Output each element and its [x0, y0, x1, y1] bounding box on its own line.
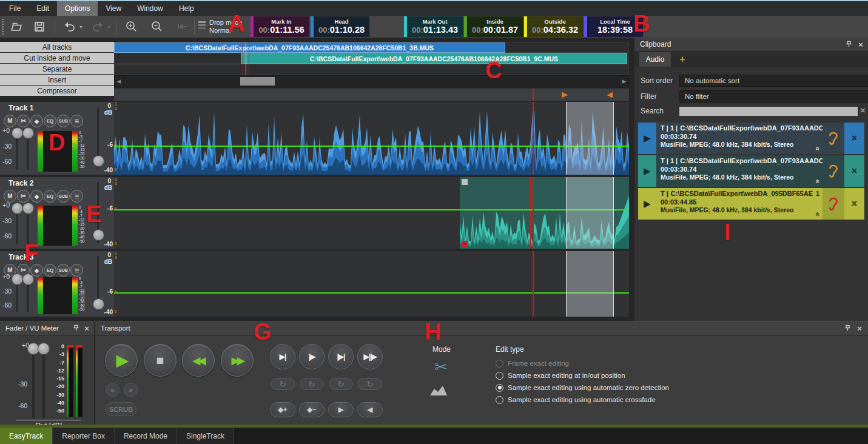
pin-icon[interactable]: [844, 39, 853, 49]
play-button[interactable]: ▶: [638, 155, 656, 187]
mark-out-flag[interactable]: ◀: [607, 90, 613, 99]
radio-circle-icon[interactable]: [496, 384, 503, 392]
sub-button[interactable]: SUB: [57, 190, 70, 203]
workspace-tab[interactable]: Record Mode: [115, 428, 177, 444]
radio-circle-icon[interactable]: [496, 360, 503, 368]
remove-item-icon[interactable]: ×: [844, 188, 864, 220]
redo-button[interactable]: [89, 18, 107, 35]
search-input[interactable]: [679, 107, 858, 116]
edit-type-radio[interactable]: Frame exact editing: [496, 357, 669, 369]
prelisten-ear-icon[interactable]: [823, 155, 844, 187]
track-fader[interactable]: [93, 229, 104, 241]
add-marker-button[interactable]: ◆+: [270, 402, 295, 417]
menu-item[interactable]: Edit: [29, 1, 57, 16]
pan-knob[interactable]: [22, 274, 34, 285]
close-icon[interactable]: ×: [82, 323, 92, 333]
save-button[interactable]: [30, 18, 49, 35]
eq-button[interactable]: EQ: [44, 190, 56, 203]
clipboard-item-info[interactable]: T | 1 | C:\BCSData\FullExport\webDA_07F9…: [656, 123, 823, 154]
envelope-mode-icon[interactable]: [429, 383, 448, 399]
gain-knob[interactable]: [12, 203, 23, 214]
pin-icon[interactable]: [71, 323, 81, 333]
mute-button[interactable]: M: [4, 115, 16, 127]
track-menu-button[interactable]: ≡: [70, 190, 83, 203]
waveform-area[interactable]: 0 3 6 0: [114, 102, 629, 175]
project-overview[interactable]: C:\BCSData\FullExport\webDA_07F93AAADC25…: [114, 42, 629, 75]
skip-forward-button[interactable]: »: [124, 383, 138, 397]
close-icon[interactable]: ×: [856, 39, 866, 49]
search-clear-icon[interactable]: ×: [856, 104, 868, 116]
edit-action-button[interactable]: Insert: [0, 75, 114, 85]
clipboard-item[interactable]: ▶ T | C:\BCSData\FullExport\webDA_095DBF…: [638, 188, 864, 220]
eq-button[interactable]: EQ: [44, 264, 56, 277]
pan-knob[interactable]: [22, 127, 34, 139]
waveform-area[interactable]: 0 3 6 0: [114, 251, 629, 317]
edit-action-button[interactable]: All tracks: [0, 42, 114, 52]
collapse-icon[interactable]: «: [815, 212, 821, 217]
menu-item[interactable]: Window: [129, 1, 171, 16]
loop-button[interactable]: ↻: [358, 378, 382, 390]
zoom-out-button[interactable]: [148, 18, 166, 35]
track-fader[interactable]: [93, 155, 104, 167]
insert-mode-button[interactable]: [173, 18, 192, 35]
edit-action-button[interactable]: Compressor: [0, 86, 114, 96]
sub-button[interactable]: SUB: [57, 264, 70, 277]
undo-dropdown-caret[interactable]: ▼: [79, 25, 83, 29]
scrollbar-thumb[interactable]: [240, 77, 275, 86]
waveform-area[interactable]: 0 3 6 0: [114, 177, 629, 249]
out-fader-right[interactable]: [38, 343, 50, 355]
radio-circle-icon[interactable]: [496, 372, 503, 380]
pan-knob[interactable]: [22, 203, 34, 214]
marker-button[interactable]: ◆: [30, 190, 43, 203]
fast-forward-button[interactable]: ▶▶: [221, 344, 254, 377]
play-to-mark-button[interactable]: ▶|: [270, 344, 295, 369]
track-fader[interactable]: [93, 298, 104, 310]
playhead[interactable]: [533, 251, 534, 317]
collapse-icon[interactable]: «: [815, 147, 821, 151]
scroll-left-button[interactable]: ◀: [115, 76, 123, 87]
edit-action-button[interactable]: Separate: [0, 64, 114, 74]
cut-button[interactable]: ✂: [17, 115, 30, 127]
close-icon[interactable]: ×: [855, 323, 864, 333]
overview-clip[interactable]: C:\BCSData\FullExport\webDA_07F93AAADC25…: [114, 42, 505, 53]
overview-clip[interactable]: C:\BCSData\FullExport\webDA_07F93AAADC25…: [241, 53, 627, 64]
add-tab-button[interactable]: +: [671, 52, 694, 67]
pin-icon[interactable]: [843, 323, 852, 333]
play-from-mark-button[interactable]: |▶: [299, 344, 325, 369]
horizontal-scrollbar[interactable]: ◀ ▶: [114, 75, 629, 87]
tab-audio[interactable]: Audio: [639, 52, 671, 67]
sub-button[interactable]: SUB: [57, 115, 70, 127]
menu-item[interactable]: Options: [57, 1, 98, 16]
open-file-button[interactable]: [7, 18, 25, 35]
playhead[interactable]: [533, 102, 534, 175]
loop-button[interactable]: ↻: [300, 378, 324, 390]
prelisten-ear-icon[interactable]: [823, 188, 844, 220]
zoom-in-button[interactable]: [123, 18, 141, 35]
eq-button[interactable]: EQ: [44, 115, 56, 127]
workspace-tab[interactable]: SingleTrack: [177, 428, 234, 444]
edit-action-button[interactable]: Cut inside and move: [0, 53, 114, 63]
track-menu-button[interactable]: ≡: [70, 115, 83, 127]
selection-region[interactable]: [566, 102, 614, 175]
drop-mode-icon[interactable]: [198, 21, 206, 29]
previous-marker-button[interactable]: ◀: [357, 402, 383, 417]
sort-order-dropdown[interactable]: No automatic sort ▼: [679, 75, 868, 87]
play-between-marks-button[interactable]: |▶|: [328, 344, 354, 369]
menu-item[interactable]: View: [98, 1, 129, 16]
play-button[interactable]: ▶: [638, 123, 656, 154]
play-around-cut-button[interactable]: ▶||▶: [357, 344, 383, 369]
remove-item-icon[interactable]: ×: [844, 123, 864, 154]
cut-mode-scissors-icon[interactable]: ✂: [431, 357, 451, 377]
gain-knob[interactable]: [12, 274, 23, 285]
skip-back-button[interactable]: «: [106, 383, 119, 397]
track-menu-button[interactable]: ≡: [70, 264, 83, 277]
stop-button[interactable]: ■: [144, 344, 177, 377]
remove-item-icon[interactable]: ×: [844, 155, 864, 187]
clipboard-item[interactable]: ▶ T | 1 | C:\BCSData\FullExport\webDA_07…: [638, 155, 864, 187]
undo-button[interactable]: [61, 18, 79, 35]
mark-in-flag[interactable]: ▶: [562, 90, 568, 99]
clipboard-item-info[interactable]: T | C:\BCSData\FullExport\webDA_095DBF65…: [656, 188, 823, 220]
prelisten-ear-icon[interactable]: [823, 123, 844, 154]
workspace-tab[interactable]: EasyTrack: [0, 428, 53, 444]
collapse-icon[interactable]: «: [815, 180, 821, 184]
